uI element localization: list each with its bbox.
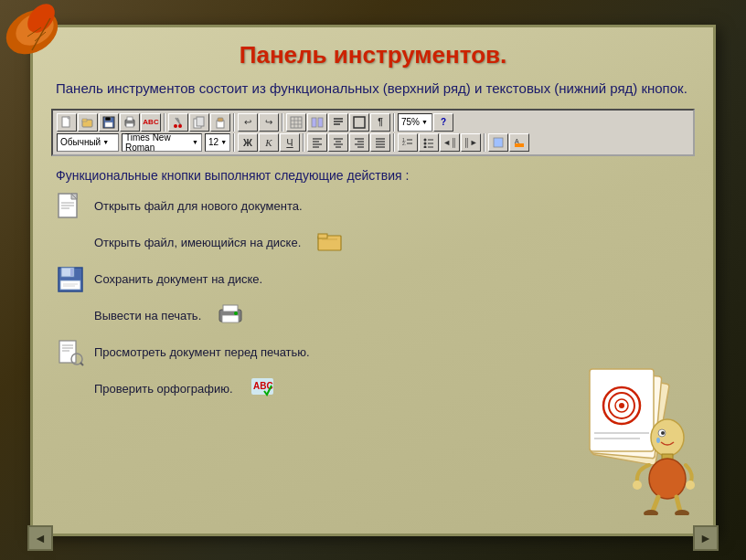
tb-border2-button[interactable] [488, 133, 508, 152]
tb-size-dropdown[interactable]: 12 ▼ [205, 133, 230, 152]
slide-subtitle: Панель инструментов состоит из функциона… [51, 79, 695, 98]
svg-rect-68 [318, 234, 327, 238]
tb-style-value: Обычный [60, 137, 101, 147]
action-text-open: Открыть файл, имеющийся на диске. [94, 236, 301, 249]
tb-indent-button[interactable]: ║► [461, 133, 481, 152]
main-slide: Панель инструментов. Панель инструментов… [30, 25, 716, 536]
svg-point-102 [649, 459, 686, 499]
svg-rect-29 [318, 118, 323, 127]
action-item-print: Вывести на печать. [56, 301, 690, 331]
spell-check-icon: ABC [250, 376, 275, 402]
robot-character [571, 360, 699, 515]
tb-print-button[interactable] [120, 113, 140, 132]
new-doc-icon [56, 192, 85, 221]
svg-point-58 [424, 145, 427, 148]
open-folder-icon [317, 230, 343, 256]
tb-style-arrow: ▼ [102, 139, 109, 145]
tb-align-left-button[interactable] [307, 133, 327, 152]
svg-text:2.: 2. [402, 141, 406, 146]
tb-zoom-value: 75% [401, 117, 420, 127]
tb-color-button[interactable]: A [509, 133, 529, 152]
toolbar-separator-5 [233, 133, 235, 152]
svg-rect-28 [312, 118, 316, 127]
tb-copy-button[interactable] [189, 113, 209, 132]
tb-help-button[interactable]: ? [433, 113, 453, 132]
svg-point-94 [619, 403, 624, 408]
tb-zoom-dropdown[interactable]: 75% ▼ [398, 113, 432, 132]
tb-justify-button[interactable] [328, 113, 348, 132]
tb-bullet-list-button[interactable] [419, 133, 439, 152]
tb-open-button[interactable] [78, 113, 98, 132]
tb-size-value: 12 [208, 137, 218, 147]
save-doc-icon [56, 265, 85, 294]
svg-rect-8 [82, 119, 87, 122]
tb-new-button[interactable] [57, 113, 77, 132]
svg-point-18 [178, 124, 182, 128]
tb-save-button[interactable] [99, 113, 119, 132]
tb-bold-button[interactable]: Ж [238, 133, 258, 152]
action-text-print: Вывести на печать. [94, 309, 201, 322]
tb-undo-button[interactable]: ↩ [238, 113, 258, 132]
tb-font-arrow: ▼ [192, 139, 198, 145]
action-text-new: Открыть файл для нового документа. [94, 199, 303, 213]
tb-underline-button[interactable]: Ч [280, 133, 300, 152]
tb-zoom-arrow: ▼ [421, 119, 428, 125]
tb-redo-button[interactable]: ↪ [259, 113, 279, 132]
svg-point-54 [424, 138, 427, 141]
nav-forward-label: ► [699, 531, 712, 545]
tb-paste-button[interactable] [210, 113, 230, 132]
toolbar-separator-8 [484, 133, 485, 152]
toolbar-separator-7 [393, 133, 395, 152]
toolbar-row-bottom: Обычный ▼ Times New Roman ▼ 12 ▼ Ж К Ч [57, 133, 689, 152]
toolbar-separator-4 [393, 113, 395, 132]
nav-back-label: ◄ [34, 531, 47, 545]
tb-align-right-button[interactable] [349, 133, 369, 152]
nav-arrow-left-button[interactable]: ◄ [27, 525, 53, 551]
svg-point-79 [234, 312, 238, 315]
svg-rect-11 [105, 122, 112, 127]
tb-style-dropdown[interactable]: Обычный ▼ [57, 133, 119, 152]
tb-justify-full-button[interactable] [370, 133, 390, 152]
toolbar-separator-3 [282, 113, 283, 132]
nav-arrow-right-button[interactable]: ► [693, 525, 719, 551]
tb-font-dropdown[interactable]: Times New Roman ▼ [122, 133, 202, 152]
svg-rect-22 [218, 118, 223, 122]
svg-rect-72 [70, 269, 73, 276]
svg-rect-20 [197, 117, 204, 126]
preview-doc-icon [56, 338, 85, 367]
slide-background: Панель инструментов. Панель инструментов… [0, 0, 746, 560]
svg-rect-10 [105, 117, 111, 121]
functional-title: Функциональные кнопки выполняют следующи… [56, 168, 690, 183]
tb-cut-button[interactable] [168, 113, 188, 132]
svg-point-103 [633, 481, 642, 490]
svg-rect-77 [223, 305, 238, 312]
toolbar-row-top: ABC ↩ ↪ [57, 113, 689, 132]
tb-outdent-button[interactable]: ◄║ [440, 133, 460, 152]
toolbar-separator-2 [233, 113, 235, 132]
action-text-save: Сохранить документ на диске. [94, 272, 262, 286]
svg-text:A: A [515, 138, 519, 144]
svg-rect-78 [222, 315, 239, 322]
tb-columns-button[interactable] [307, 113, 327, 132]
toolbar-container: ABC ↩ ↪ [51, 109, 695, 156]
leaf-decoration [0, 0, 73, 73]
action-item-save: Сохранить документ на диске. [56, 265, 690, 294]
tb-italic-button[interactable]: К [259, 133, 279, 152]
tb-align-center-button[interactable] [328, 133, 348, 152]
svg-line-85 [80, 363, 83, 365]
svg-point-99 [661, 431, 665, 435]
svg-rect-14 [126, 123, 133, 127]
svg-rect-13 [127, 117, 133, 121]
svg-point-106 [675, 510, 689, 515]
tb-paragraph-button[interactable]: ¶ [370, 113, 390, 132]
print-icon-placeholder [56, 301, 85, 331]
svg-point-56 [424, 142, 427, 144]
toolbar-separator-1 [164, 113, 165, 132]
svg-point-17 [174, 124, 177, 128]
tb-spell-button[interactable]: ABC [141, 113, 161, 132]
tb-border-button[interactable] [349, 113, 369, 132]
tb-table-button[interactable] [286, 113, 306, 132]
tb-font-value: Times New Roman [125, 132, 190, 153]
tb-numbered-list-button[interactable]: 1.2. [398, 133, 418, 152]
print-icon [218, 303, 243, 329]
